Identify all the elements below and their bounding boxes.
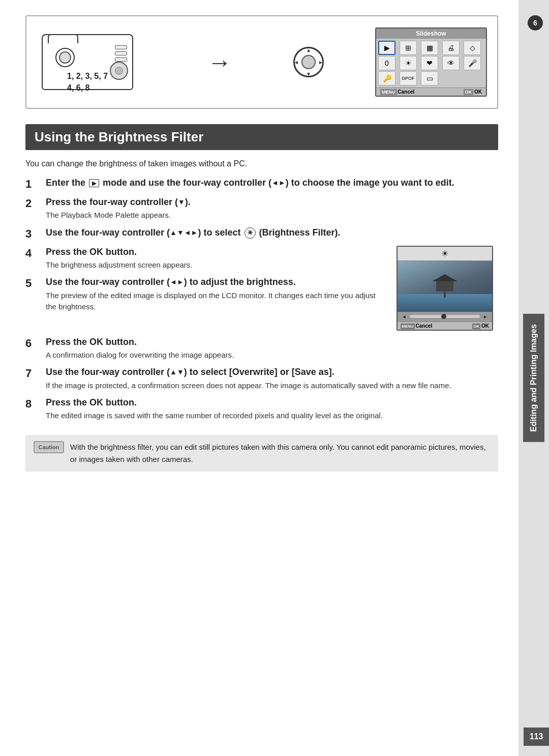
menu-cell-6: 0 [378,56,395,70]
step-3-title: Use the four-way controller (▲▼◄►) to se… [46,226,498,239]
section-title: Using the Brightness Filter [25,124,498,150]
menu-cell-play: ▶ [378,41,395,55]
chapter-tab: Editing and Printing Images [523,314,544,442]
lcd-cancel-label: MENUCancel [401,323,432,329]
step-number-5: 5 [25,276,46,290]
step-number-6: 6 [25,336,46,350]
step-4-title: Press the OK button. [46,246,386,258]
step-7: 7 Use the four-way controller (▲▼) to se… [25,366,498,391]
menu-cell-2: ⊞ [400,41,417,55]
step-4-desc: The brightness adjustment screen appears… [46,259,386,271]
menu-cancel-label: MENUCancel [380,89,414,95]
caution-badge: Caution [34,441,64,453]
step-7-title: Use the four-way controller (▲▼) to sele… [46,366,498,379]
step-2-title: Press the four-way controller (▼). [46,196,498,209]
step-1: 1 Enter the ▶ mode and use the four-way … [25,177,498,191]
menu-ok-label: OKOK [464,89,482,95]
lcd-preview: ☀ ◄ [396,246,493,331]
menu-cell-10: 🎤 [464,56,481,70]
intro-text: You can change the brightness of taken i… [25,159,498,168]
caution-text: With the brightness filter, you can edit… [70,441,490,466]
lcd-image [398,261,492,312]
step-number-8: 8 [25,396,46,411]
step-6-title: Press the OK button. [46,336,498,348]
step-2-desc: The Playback Mode Palette appears. [46,210,498,221]
caution-box: Caution With the brightness filter, you … [25,435,498,472]
playback-mode-icon: ▶ [89,179,99,187]
step-7-desc: If the image is protected, a confirmatio… [46,380,498,392]
menu-screen: Slideshow ▶ ⊞ ▦ 🖨 ◇ 0 ☀ ❤ 👁 🎤 🔑 DPOF ▭ [375,27,487,97]
step-5-desc: The preview of the edited image is displ… [46,290,386,313]
menu-cell-dpof: DPOF [400,71,417,85]
step-8-desc: The edited image is saved with the same … [46,410,498,422]
lcd-footer: MENUCancel OKOK [398,322,492,330]
lcd-preview-area: ☀ ◄ [396,246,498,331]
lcd-slider: ◄ ► [398,312,492,322]
step-number-3: 3 [25,226,46,241]
top-illustration: 1, 2, 3, 5, 7 4, 6, 8 → ▲ ▼ ◄ ► Slidesho… [25,15,498,109]
step-6: 6 Press the OK button. A confirmation di… [25,336,498,361]
brightness-filter-icon: ☀ [245,227,256,239]
step-number-4: 4 [25,246,46,260]
step-number-2: 2 [25,196,46,210]
right-sidebar: 6 Editing and Printing Images 113 [518,0,549,756]
page-number: 113 [524,728,549,746]
menu-cell-11: 🔑 [378,71,395,85]
menu-title: Slideshow [376,28,486,39]
arrow-icon: → [207,48,232,76]
diagram-labels: 1, 2, 3, 5, 7 4, 6, 8 [67,71,108,94]
menu-cell-3: ▦ [421,41,438,55]
menu-cell-9: 👁 [442,56,460,70]
menu-cell-13: ▭ [421,71,438,85]
step-8-title: Press the OK button. [46,396,498,409]
step-4: 4 Press the OK button. The brightness ad… [25,246,386,271]
step-2: 2 Press the four-way controller (▼). The… [25,196,498,221]
controller-icon: ▲ ▼ ◄ ► [291,44,326,80]
menu-cell-7: ☀ [400,56,417,70]
step-8: 8 Press the OK button. The edited image … [25,396,498,422]
step-3: 3 Use the four-way controller (▲▼◄►) to … [25,226,498,241]
lcd-top-icon: ☀ [398,247,492,261]
menu-cell-5: ◇ [464,41,481,55]
chapter-number: 6 [528,15,543,31]
step-6-desc: A confirmation dialog for overwriting th… [46,350,498,361]
step-5: 5 Use the four-way controller (◄►) to ad… [25,276,386,312]
camera-diagram: 1, 2, 3, 5, 7 4, 6, 8 [37,26,148,98]
step-number-1: 1 [25,177,46,191]
step-1-title: Enter the ▶ mode and use the four-way co… [46,177,498,189]
menu-cell-4: 🖨 [442,41,460,55]
lcd-ok-label: OKOK [472,323,489,329]
steps-area: 1 Enter the ▶ mode and use the four-way … [25,177,498,427]
step-number-7: 7 [25,366,46,380]
steps-4-5-area: 4 Press the OK button. The brightness ad… [25,246,498,331]
menu-cell-8: ❤ [421,56,438,70]
step-5-title: Use the four-way controller (◄►) to adju… [46,276,386,288]
